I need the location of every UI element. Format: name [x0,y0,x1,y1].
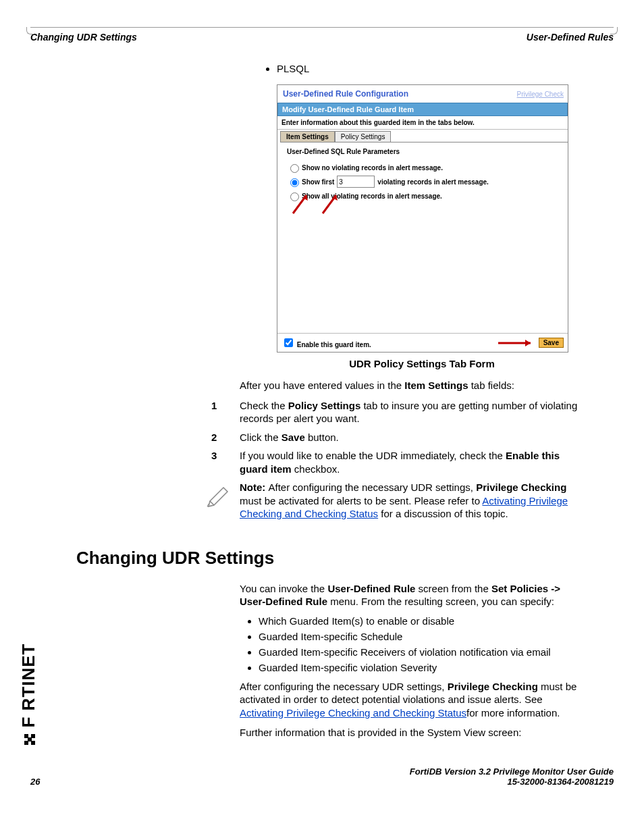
annotation-arrow-icon [290,190,317,217]
list-item: Guarded Item-specific violation Severity [259,662,587,673]
list-item: Guarded Item-specific Schedule [259,631,587,642]
shot-bar: Modify User-Defined Rule Guard Item [277,103,568,116]
step-3: 3 If you would like to enable the UDR im… [240,449,587,475]
enable-guard-checkbox[interactable] [284,338,293,347]
numbered-steps: 1 Check the Policy Settings tab to insur… [240,399,587,476]
shot-subtitle: Enter information about this guarded ite… [277,116,568,130]
radio-show-first[interactable] [290,178,299,187]
step-2: 2 Click the Save button. [240,431,587,444]
shot-privilege-link[interactable]: Privilege Check [517,90,564,98]
section-p2: After configuring the necessary UDR sett… [240,680,587,720]
note-icon [206,481,233,510]
radio-show-first-label-a: Show first [302,178,334,186]
save-button[interactable]: Save [539,338,564,348]
intro-paragraph: After you have entered values in the Ite… [240,379,587,392]
section-p1: You can invoke the User-Defined Rule scr… [240,582,587,608]
page-footer: 26 FortiDB Version 3.2 Privilege Monitor… [30,766,614,787]
embedded-screenshot: User-Defined Rule Configuration Privileg… [277,84,568,353]
footer-line1: FortiDB Version 3.2 Privilege Monitor Us… [410,766,614,777]
header-left: Changing UDR Settings [30,32,137,43]
note-block: Note: After configuring the necessary UD… [206,481,587,521]
fortinet-logo: F RTINET [19,618,42,753]
running-header: Changing UDR Settings User-Defined Rules [30,32,614,43]
list-item: Guarded Item-specific Receivers of viola… [259,646,587,658]
shot-title: User-Defined Rule Configuration [277,85,414,103]
top-bullet-list: PLSQL [240,63,587,74]
radio-show-none[interactable] [290,164,299,173]
svg-text:F RTINET: F RTINET [19,643,38,727]
section-p3: Further information that is provided in … [240,726,587,739]
footer-line2: 15-32000-81364-20081219 [410,777,614,787]
radio-show-none-label: Show no violating records in alert messa… [302,164,443,172]
section-heading: Changing UDR Settings [76,548,614,569]
bullet-plsql: PLSQL [277,63,587,74]
shot-body-title: User-Defined SQL Rule Parameters [287,148,558,155]
figure-caption: UDR Policy Settings Tab Form [277,358,567,369]
header-right: User-Defined Rules [527,32,614,43]
tab-policy-settings[interactable]: Policy Settings [335,131,392,142]
annotation-arrow-icon [319,190,346,217]
list-item: Which Guarded Item(s) to enable or disab… [259,615,587,627]
link-activating-privilege-checking-2[interactable]: Activating Privilege Checking and Checki… [240,707,466,719]
step-1: 1 Check the Policy Settings tab to insur… [240,399,587,425]
svg-rect-5 [28,737,32,741]
show-first-count-input[interactable] [337,176,375,188]
section-bullets: Which Guarded Item(s) to enable or disab… [240,615,587,673]
annotation-arrow-icon [497,338,537,348]
enable-guard-label: Enable this guard item. [297,341,371,348]
radio-show-first-label-b: violating records in alert message. [377,178,489,186]
tab-item-settings[interactable]: Item Settings [280,131,335,142]
page-number: 26 [30,777,40,787]
